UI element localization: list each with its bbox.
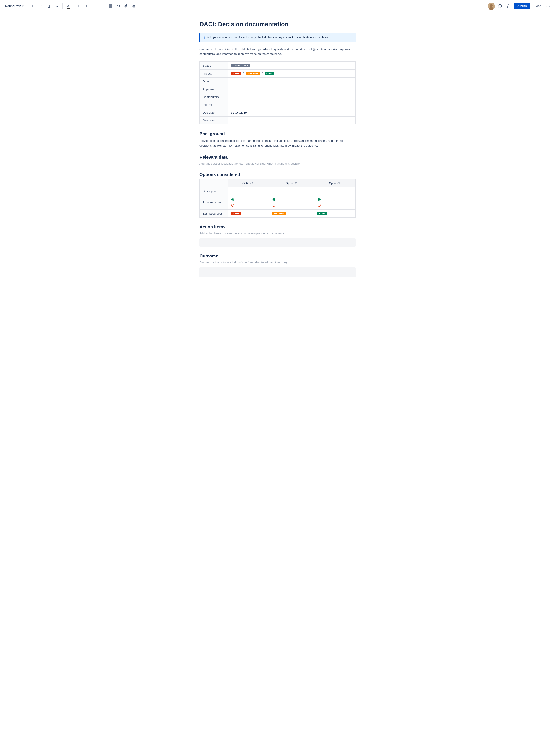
emoji-icon: [132, 4, 136, 8]
option1-cost[interactable]: HIGH: [228, 210, 269, 218]
avatar[interactable]: [488, 3, 495, 9]
approver-label: Approver: [200, 85, 228, 93]
background-title: Background: [200, 131, 355, 136]
outcome-box[interactable]: [200, 267, 355, 277]
pros-cons-cell-1: ⊕ ⊖: [231, 197, 266, 207]
underline-button[interactable]: U: [46, 3, 52, 9]
italic-button[interactable]: I: [38, 3, 45, 9]
svg-text:3.: 3.: [86, 6, 87, 7]
outcome-desc-before: Summarize the outcome below (type: [200, 261, 248, 264]
option2-cost[interactable]: MEDIUM: [269, 210, 314, 218]
background-description: Provide context on the decision the team…: [200, 138, 355, 148]
driver-label: Driver: [200, 78, 228, 85]
info-icon: ℹ: [204, 36, 205, 40]
toolbar-left: Normal text ▾ B I U ··· A 1. 2.: [3, 3, 145, 9]
emoji-button[interactable]: [130, 3, 137, 9]
due-date-value[interactable]: 31 Oct 2019: [228, 109, 355, 117]
info-banner-text: Add your comments directly to the page. …: [207, 36, 329, 39]
driver-value[interactable]: [228, 78, 355, 85]
more-formatting-button[interactable]: ···: [53, 3, 60, 9]
plus-icon-3: ⊕: [317, 197, 352, 202]
table-button[interactable]: [107, 3, 114, 9]
svg-rect-13: [97, 6, 100, 6]
outcome-label: Outcome: [200, 117, 228, 124]
option2-pros-cons[interactable]: ⊕ ⊖: [269, 195, 314, 210]
low-badge: LOW: [265, 72, 274, 75]
text-color-button[interactable]: A: [65, 3, 72, 9]
pros-cons-cell-2: ⊕ ⊖: [272, 197, 311, 207]
informed-value[interactable]: [228, 101, 355, 109]
table-row: Informed: [200, 101, 355, 109]
option1-pros-cons[interactable]: ⊕ ⊖: [228, 195, 269, 210]
table-row: Description: [200, 187, 355, 195]
link-button[interactable]: [115, 3, 122, 9]
toolbar: Normal text ▾ B I U ··· A 1. 2.: [0, 0, 555, 12]
lock-button[interactable]: [505, 3, 512, 9]
contributors-label: Contributors: [200, 93, 228, 101]
close-button[interactable]: Close: [531, 3, 543, 9]
table-row: Approver: [200, 85, 355, 93]
numbered-list-icon: 1. 2. 3.: [86, 4, 89, 8]
outcome-cmd: /decision: [248, 261, 261, 264]
chevron-down-icon: ▾: [22, 4, 24, 8]
checkbox-placeholder[interactable]: [203, 241, 206, 244]
options-table: Option 1: Option 2: Option 3: Descriptio…: [200, 179, 355, 218]
plus-icon-2: ⊕: [272, 197, 311, 202]
outcome-value[interactable]: [228, 117, 355, 124]
more-icon: [546, 4, 550, 8]
cost2-badge: MEDIUM: [272, 212, 286, 215]
option1-header: Option 1:: [228, 179, 269, 187]
option3-pros-cons[interactable]: ⊕ ⊖: [314, 195, 355, 210]
svg-rect-9: [87, 6, 89, 6]
estimated-cost-label: Estimated cost: [200, 210, 228, 218]
normal-text-label: Normal text: [5, 4, 21, 8]
minus-icon-3: ⊖: [317, 203, 352, 207]
options-header-row: Option 1: Option 2: Option 3:: [200, 179, 355, 187]
intro-text: Summarize this decision in the table bel…: [200, 47, 355, 56]
options-empty-header: [200, 179, 228, 187]
table-row: Impact HIGH / MEDIUM / LOW: [200, 70, 355, 78]
table-row: Driver: [200, 78, 355, 85]
lock-icon: [507, 4, 511, 8]
action-items-title: Action Items: [200, 225, 355, 229]
medium-badge: MEDIUM: [246, 72, 260, 75]
contributors-value[interactable]: [228, 93, 355, 101]
option3-cost[interactable]: LOW: [314, 210, 355, 218]
plus-icon-1: ⊕: [231, 197, 266, 202]
more-options-button[interactable]: [545, 3, 552, 9]
attachment-button[interactable]: [123, 3, 130, 9]
impact-divider-1: /: [243, 72, 244, 75]
description-label: Description: [200, 187, 228, 195]
intro-text-before: Summarize this decision in the table bel…: [200, 47, 263, 51]
approver-value[interactable]: [228, 85, 355, 93]
normal-text-button[interactable]: Normal text ▾: [3, 3, 26, 9]
action-items-description: Add action items to close the loop on op…: [200, 232, 355, 235]
status-label: Status: [200, 61, 228, 70]
impact-label: Impact: [200, 70, 228, 78]
svg-rect-1: [79, 5, 81, 5]
toolbar-divider-1: [28, 3, 28, 9]
add-collaborator-button[interactable]: [497, 3, 503, 9]
content-wrapper: DACI: Decision documentation ℹ Add your …: [195, 12, 360, 295]
option1-description[interactable]: [228, 187, 269, 195]
decision-icon: [203, 270, 207, 275]
svg-point-4: [78, 6, 79, 7]
daci-table: Status UNDECIDED Impact HIGH / MEDIUM / …: [200, 61, 355, 124]
svg-point-21: [133, 5, 134, 6]
high-badge: HIGH: [231, 72, 241, 75]
action-item-box[interactable]: [200, 238, 355, 247]
bullet-list-button[interactable]: [76, 3, 83, 9]
insert-button[interactable]: +: [138, 3, 145, 9]
option3-description[interactable]: [314, 187, 355, 195]
alignment-button[interactable]: [96, 3, 102, 9]
bold-button[interactable]: B: [30, 3, 37, 9]
numbered-list-button[interactable]: 1. 2. 3.: [84, 3, 91, 9]
toolbar-divider-3: [74, 3, 74, 9]
info-banner: ℹ Add your comments directly to the page…: [200, 33, 355, 42]
align-icon: [97, 4, 101, 8]
table-row: Status UNDECIDED: [200, 61, 355, 70]
impact-divider-2: /: [262, 72, 262, 75]
publish-button[interactable]: Publish: [514, 3, 530, 9]
option2-description[interactable]: [269, 187, 314, 195]
svg-point-2: [78, 6, 79, 6]
